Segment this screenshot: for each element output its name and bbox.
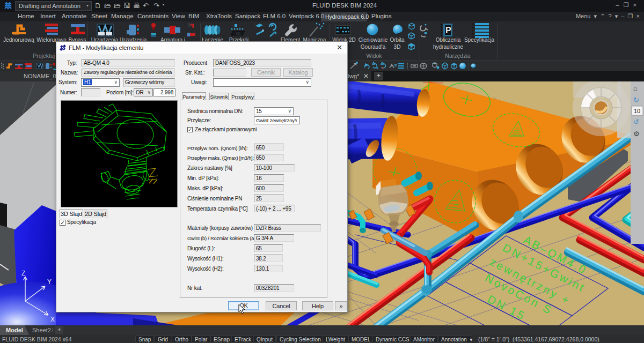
svg-text:P: P [445,26,451,35]
svg-text:↺: ↺ [633,118,639,126]
svg-text:⌂: ⌂ [633,84,638,92]
svg-text:X: X [50,316,55,323]
svg-text:10: 10 [634,108,640,114]
svg-text:↻: ↻ [633,96,639,104]
svg-text:Y: Y [47,278,52,286]
svg-text:⚙: ⚙ [633,130,640,138]
svg-text:Z: Z [21,270,25,277]
